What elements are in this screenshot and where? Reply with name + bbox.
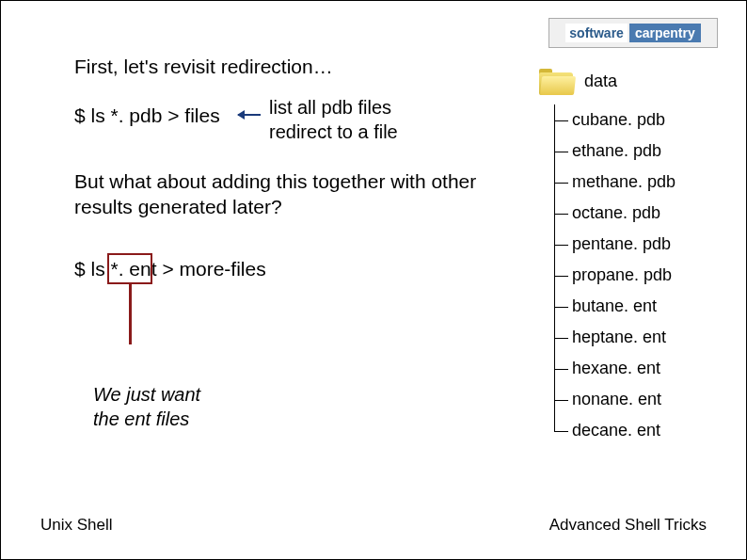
callout-1-line1: list all pdb files <box>269 95 398 120</box>
folder-icon <box>539 67 575 95</box>
tree-file: hexane. ent <box>572 353 675 384</box>
tree-file: butane. ent <box>572 291 675 322</box>
tree-file: pentane. pdb <box>572 229 675 260</box>
folder-row: data <box>539 67 675 95</box>
file-tree: data cubane. pdb ethane. pdb methane. pd… <box>539 67 675 446</box>
tree-files: cubane. pdb ethane. pdb methane. pdb oct… <box>554 104 675 446</box>
body-text: But what about adding this together with… <box>74 168 517 220</box>
tree-file: cubane. pdb <box>572 104 675 136</box>
callout-2-line2: the ent files <box>93 407 200 431</box>
callout-1: list all pdb files redirect to a file <box>269 95 398 144</box>
tree-file: ethane. pdb <box>572 136 675 167</box>
arrow-left-icon <box>238 114 261 116</box>
tree-file: nonane. ent <box>572 384 675 415</box>
tree-file: propane. pdb <box>572 260 675 291</box>
tree-file: octane. pdb <box>572 198 675 229</box>
tree-file: decane. ent <box>572 415 675 446</box>
logo: software carpentry <box>548 18 718 48</box>
footer-right: Advanced Shell Tricks <box>549 516 707 535</box>
command-1: $ ls *. pdb > files <box>74 104 220 127</box>
callout-2-line1: We just want <box>93 382 200 407</box>
highlight-box <box>107 253 152 284</box>
tree-file: heptane. ent <box>572 322 675 353</box>
command-2: $ ls *. ent > more-files <box>74 258 266 280</box>
tree-file: methane. pdb <box>572 167 675 198</box>
slide-heading: First, let's revisit redirection… <box>74 56 526 78</box>
highlight-stem <box>129 284 132 344</box>
logo-word1: software <box>565 24 628 42</box>
callout-1-line2: redirect to a file <box>269 120 398 144</box>
footer-left: Unix Shell <box>40 516 113 535</box>
callout-2: We just want the ent files <box>93 382 200 431</box>
logo-word2: carpentry <box>629 24 701 42</box>
folder-label: data <box>584 72 617 91</box>
